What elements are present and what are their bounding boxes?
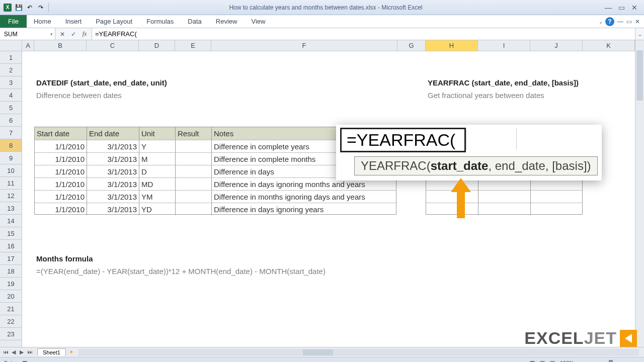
view-normal-icon[interactable]: ▦ <box>530 359 535 362</box>
tab-page-layout[interactable]: Page Layout <box>89 15 139 28</box>
table-cell[interactable]: D <box>139 165 176 177</box>
table-cell[interactable] <box>176 165 212 177</box>
row-header-15[interactable]: 15 <box>0 227 22 240</box>
row-header-1[interactable]: 1 <box>0 51 22 64</box>
tab-home[interactable]: Home <box>27 15 58 28</box>
col-header-h[interactable]: H <box>426 40 478 51</box>
table-cell[interactable]: Y <box>139 140 176 152</box>
select-all-corner[interactable] <box>0 40 22 51</box>
tab-insert[interactable]: Insert <box>58 15 89 28</box>
row-header-23[interactable]: 23 <box>0 328 22 340</box>
cell-h3[interactable]: YEARFRAC (start_date, end_date, [basis]) <box>426 76 637 89</box>
table-cell[interactable] <box>176 190 212 203</box>
row-header-2[interactable]: 2 <box>0 64 22 76</box>
row-header-17[interactable]: 17 <box>0 252 22 265</box>
row-header-18[interactable]: 18 <box>0 265 22 278</box>
row-header-5[interactable]: 5 <box>0 102 22 114</box>
col-header-a[interactable]: A <box>22 40 34 51</box>
new-sheet-icon[interactable]: ✶ <box>69 349 73 355</box>
col-header-e[interactable]: E <box>175 40 211 51</box>
row-headers[interactable]: 1234567891011121314151617181920212223 <box>0 51 22 347</box>
restore-button[interactable]: ▭ <box>617 4 626 12</box>
col-header-c[interactable]: C <box>87 40 139 51</box>
table-cell[interactable]: 3/1/2013 <box>87 152 139 165</box>
tab-formulas[interactable]: Formulas <box>139 15 181 28</box>
view-pagebreak-icon[interactable]: ▤ <box>550 359 555 362</box>
undo-icon[interactable]: ↶ <box>25 3 34 12</box>
table-cell[interactable] <box>176 203 212 215</box>
workbook-restore-icon[interactable]: ▭ <box>626 18 632 25</box>
ribbon-minimize-icon[interactable]: ᵥ <box>600 18 602 25</box>
table-cell[interactable]: 1/1/2010 <box>35 190 87 203</box>
col-header-g[interactable]: G <box>397 40 426 51</box>
row-header-22[interactable]: 22 <box>0 315 22 328</box>
horizontal-scrollbar[interactable] <box>78 349 639 356</box>
col-header-i[interactable]: I <box>478 40 530 51</box>
table-cell[interactable]: 1/1/2010 <box>35 140 87 152</box>
fx-icon[interactable]: fx <box>80 30 89 38</box>
table-cell[interactable] <box>176 152 212 165</box>
tab-view[interactable]: View <box>244 15 272 28</box>
cell-b17[interactable]: Months formula <box>34 252 386 265</box>
table-cell[interactable]: M <box>139 152 176 165</box>
table-cell[interactable]: Difference in months ignoring days and y… <box>212 190 396 203</box>
table-cell[interactable]: MD <box>139 177 176 190</box>
table-cell[interactable]: 1/1/2010 <box>35 152 87 165</box>
view-layout-icon[interactable]: ▥ <box>540 359 545 362</box>
formula-input[interactable]: =YEARFRAC( <box>92 28 635 40</box>
table-cell[interactable]: 3/1/2013 <box>87 190 139 203</box>
save-icon[interactable]: 💾 <box>14 3 23 12</box>
sheet-tab[interactable]: Sheet1 <box>37 348 66 356</box>
table-cell[interactable]: 3/1/2013 <box>87 203 139 215</box>
row-header-4[interactable]: 4 <box>0 89 22 102</box>
table-cell[interactable]: YM <box>139 190 176 203</box>
th-start-date[interactable]: Start date <box>35 127 87 140</box>
sheet-nav[interactable]: ⏮◀▶⏭ <box>0 349 35 355</box>
worksheet-grid[interactable]: A B C D E F G H I J K 123456789101112131… <box>0 40 644 347</box>
cells-area[interactable]: DATEDIF (start_date, end_date, unit) YEA… <box>22 51 635 347</box>
column-headers[interactable]: A B C D E F G H I J K <box>22 40 635 51</box>
row-header-10[interactable]: 10 <box>0 164 22 177</box>
enter-icon[interactable]: ✓ <box>69 30 77 38</box>
vertical-scrollbar[interactable] <box>635 40 644 347</box>
table-cell[interactable]: 3/1/2013 <box>87 140 139 152</box>
file-tab[interactable]: File <box>0 15 27 28</box>
close-button[interactable]: ✕ <box>630 4 639 12</box>
table-cell[interactable]: YD <box>139 203 176 215</box>
row-header-7[interactable]: 7 <box>0 127 22 139</box>
table-cell[interactable] <box>176 177 212 190</box>
zoom-level[interactable]: 120% <box>560 360 574 363</box>
macro-record-icon[interactable]: ▦ <box>22 359 27 362</box>
cell-b18[interactable]: =(YEAR(end_date) - YEAR(start_date))*12 … <box>34 265 487 278</box>
row-header-12[interactable]: 12 <box>0 190 22 202</box>
function-tooltip[interactable]: YEARFRAC(start_date, end_date, [basis]) <box>354 156 598 175</box>
row-header-6[interactable]: 6 <box>0 114 22 127</box>
cell-b3[interactable]: DATEDIF (start_date, end_date, unit) <box>34 76 386 89</box>
col-header-k[interactable]: K <box>583 40 635 51</box>
th-end-date[interactable]: End date <box>87 127 139 140</box>
row-header-3[interactable]: 3 <box>0 76 22 89</box>
row-header-13[interactable]: 13 <box>0 202 22 215</box>
zoom-slider[interactable]: − + <box>579 360 640 363</box>
row-header-16[interactable]: 16 <box>0 240 22 252</box>
col-header-b[interactable]: B <box>34 40 87 51</box>
cancel-icon[interactable]: ✕ <box>58 30 66 38</box>
col-header-f[interactable]: F <box>211 40 397 51</box>
col-header-j[interactable]: J <box>530 40 583 51</box>
row-header-19[interactable]: 19 <box>0 278 22 290</box>
table-cell[interactable]: Difference in days ignoring years <box>212 203 396 215</box>
table-cell[interactable] <box>176 140 212 152</box>
th-result[interactable]: Result <box>176 127 212 140</box>
help-icon[interactable]: ? <box>605 17 614 26</box>
table-cell[interactable]: 1/1/2010 <box>35 177 87 190</box>
tab-data[interactable]: Data <box>181 15 208 28</box>
minimize-button[interactable]: — <box>604 4 613 12</box>
zoom-in-icon[interactable]: + <box>637 360 640 363</box>
name-box[interactable]: SUM <box>0 28 55 40</box>
col-header-d[interactable]: D <box>139 40 175 51</box>
redo-icon[interactable]: ↷ <box>36 3 45 12</box>
workbook-close-icon[interactable]: ✕ <box>635 18 640 25</box>
table-cell[interactable]: 3/1/2013 <box>87 177 139 190</box>
th-unit[interactable]: Unit <box>139 127 176 140</box>
cell-b4[interactable]: Difference between dates <box>34 89 386 102</box>
